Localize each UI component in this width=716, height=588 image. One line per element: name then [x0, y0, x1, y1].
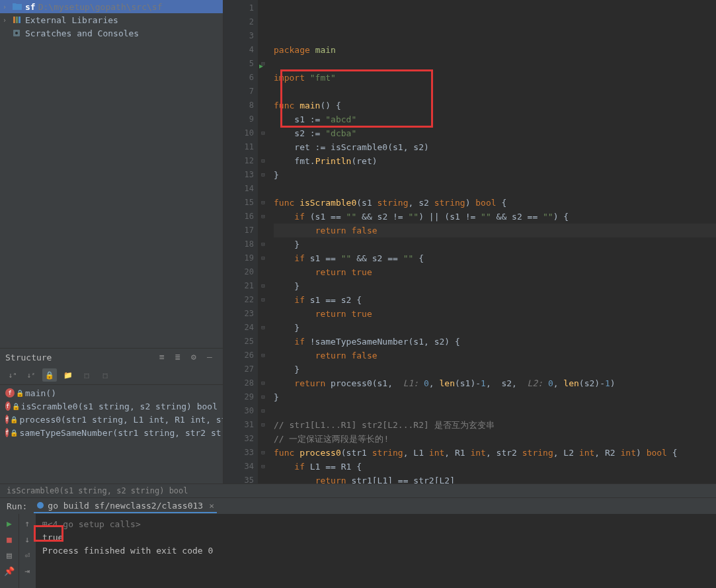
- structure-header: Structure ≡ ≣ ⚙ —: [0, 349, 223, 366]
- code-line[interactable]: return false: [274, 224, 716, 237]
- library-icon: [13, 16, 23, 24]
- svg-rect-0: [13, 17, 15, 23]
- autoscroll2-btn[interactable]: ⬚: [98, 368, 112, 382]
- code-line[interactable]: func main() {: [274, 99, 716, 112]
- svg-rect-2: [19, 17, 20, 23]
- code-line[interactable]: // str1[L1...R1] str2[L2...R2] 是否互为玄变串: [274, 418, 716, 432]
- struct-item[interactable]: f🔒sameTypeSameNumber(str1 string, str2 s…: [0, 426, 223, 439]
- left-panel: › sf D:\mysetup\gopath\src\sf › External…: [0, 0, 223, 483]
- code-line[interactable]: if !sameTypeSameNumber(s1, s2) {: [274, 335, 716, 349]
- pin-icon[interactable]: 📌: [4, 566, 15, 576]
- code-line[interactable]: // 一定保证这两段是等长的!: [274, 432, 716, 446]
- editor[interactable]: 12345▶6789101112131415161718192021222324…: [223, 0, 716, 483]
- scratches-icon: [13, 29, 23, 37]
- code-area[interactable]: package mainimport "fmt"func main() { s1…: [268, 0, 716, 483]
- wrap-icon[interactable]: ⏎: [22, 550, 33, 560]
- layout-icon[interactable]: ▤: [4, 550, 15, 560]
- code-line[interactable]: [274, 85, 716, 99]
- lock-icon: 🔒: [10, 429, 17, 437]
- scroll-icon[interactable]: ⇥: [22, 566, 33, 576]
- run-header: Run: go build sf/newclass2/class013 ×: [0, 498, 716, 514]
- code-line[interactable]: [274, 404, 716, 418]
- close-icon[interactable]: ×: [209, 501, 214, 511]
- code-line[interactable]: package main: [274, 43, 716, 57]
- tree-scratches[interactable]: Scratches and Consoles: [0, 26, 223, 40]
- console-line: Process finished with exit code 0: [42, 544, 709, 558]
- tree-root-path: D:\mysetup\gopath\src\sf: [38, 2, 163, 12]
- svg-rect-1: [16, 17, 18, 23]
- tree-label: Scratches and Consoles: [25, 28, 139, 38]
- code-line[interactable]: return true: [274, 265, 716, 279]
- struct-label: sameTypeSameNumber(str1 string, str2 str…: [19, 428, 223, 438]
- code-line[interactable]: [274, 182, 716, 196]
- struct-item[interactable]: f🔒process0(str1 string, L1 int, R1 int, …: [0, 413, 223, 426]
- code-line[interactable]: if s1 == "" && s2 == "" {: [274, 251, 716, 265]
- func-badge-icon: f: [5, 401, 11, 411]
- code-line[interactable]: }: [274, 362, 716, 376]
- code-line[interactable]: }: [274, 237, 716, 251]
- code-line[interactable]: }: [274, 168, 716, 182]
- down-icon[interactable]: ↓: [22, 534, 33, 544]
- tree-root[interactable]: › sf D:\mysetup\gopath\src\sf: [0, 0, 223, 13]
- code-line[interactable]: if L1 == R1 {: [274, 460, 716, 474]
- chevron-right-icon[interactable]: ›: [3, 17, 11, 24]
- run-panel: Run: go build sf/newclass2/class013 × ▶ …: [0, 497, 716, 588]
- code-line[interactable]: if (s1 == "" && s2 != "") || (s1 != "" &…: [274, 210, 716, 224]
- stop-icon[interactable]: ■: [4, 534, 15, 544]
- code-line[interactable]: fmt.Println(ret): [274, 154, 716, 168]
- struct-label: isScramble0(s1 string, s2 string) bool: [21, 401, 218, 411]
- func-badge-icon: f: [5, 428, 9, 437]
- structure-toolbar: ↓ᵃ ↓ᶻ 🔒 📁 ⬚ ⬚: [0, 366, 223, 385]
- code-line[interactable]: return process0(s1, L1: 0, len(s1)-1, s2…: [274, 376, 716, 390]
- svg-point-5: [37, 502, 44, 509]
- breadcrumb[interactable]: isScramble0(s1 string, s2 string) bool: [0, 483, 716, 497]
- structure-list[interactable]: f🔒main()f🔒isScramble0(s1 string, s2 stri…: [0, 385, 223, 441]
- code-line[interactable]: s1 := "abcd": [274, 112, 716, 126]
- func-badge-icon: f: [5, 415, 9, 424]
- sort-natural-btn[interactable]: ↓ᵃ: [5, 368, 20, 382]
- tree-external-libs[interactable]: › External Libraries: [0, 13, 223, 26]
- hide-icon[interactable]: —: [207, 352, 218, 362]
- folder-icon: [13, 3, 23, 11]
- code-line[interactable]: s2 := "dcba": [274, 126, 716, 140]
- autoscroll-btn[interactable]: ⬚: [79, 368, 94, 382]
- run-toolbar-left: ▶ ■ ▤ 📌: [0, 514, 19, 588]
- console-line: ⊞<4 go setup calls>: [42, 518, 709, 531]
- struct-item[interactable]: f🔒main(): [0, 386, 223, 399]
- collapse-icon[interactable]: ≣: [175, 352, 186, 362]
- run-tab-label: go build sf/newclass2/class013: [48, 501, 203, 511]
- folder-btn[interactable]: 📁: [61, 368, 75, 382]
- run-gutter-icon[interactable]: ▶: [259, 59, 263, 73]
- gutter[interactable]: 12345▶6789101112131415161718192021222324…: [223, 0, 258, 483]
- structure-title: Structure: [5, 353, 159, 362]
- project-tree[interactable]: › sf D:\mysetup\gopath\src\sf › External…: [0, 0, 223, 40]
- code-line[interactable]: [274, 57, 716, 71]
- code-line[interactable]: return str1[L1] == str2[L2]: [274, 474, 716, 483]
- svg-point-4: [15, 32, 18, 34]
- sort-alpha-btn[interactable]: ↓ᶻ: [24, 368, 38, 382]
- code-line[interactable]: return true: [274, 307, 716, 321]
- run-toolbar-nav: ↑ ↓ ⏎ ⇥: [19, 514, 36, 588]
- console[interactable]: ⊞<4 go setup calls>trueProcess finished …: [36, 514, 716, 588]
- expand-icon[interactable]: ≡: [159, 352, 170, 362]
- structure-panel: Structure ≡ ≣ ⚙ — ↓ᵃ ↓ᶻ 🔒 📁 ⬚ ⬚ f🔒main()…: [0, 348, 223, 483]
- code-line[interactable]: return false: [274, 349, 716, 362]
- run-tab[interactable]: go build sf/newclass2/class013 ×: [34, 499, 217, 513]
- code-line[interactable]: ret := isScramble0(s1, s2): [274, 140, 716, 154]
- struct-item[interactable]: f🔒isScramble0(s1 string, s2 string) bool: [0, 399, 223, 413]
- code-line[interactable]: }: [274, 390, 716, 404]
- code-line[interactable]: }: [274, 279, 716, 293]
- gear-icon[interactable]: ⚙: [191, 352, 202, 362]
- code-line[interactable]: if s1 == s2 {: [274, 293, 716, 307]
- up-icon[interactable]: ↑: [22, 518, 33, 528]
- code-line[interactable]: func process0(str1 string, L1 int, R1 in…: [274, 446, 716, 460]
- lock-filter-btn[interactable]: 🔒: [42, 368, 57, 382]
- code-line[interactable]: }: [274, 321, 716, 335]
- tree-label: External Libraries: [25, 15, 118, 25]
- code-line[interactable]: func isScramble0(s1 string, s2 string) b…: [274, 196, 716, 210]
- code-line[interactable]: import "fmt": [274, 71, 716, 85]
- lock-icon: 🔒: [16, 390, 22, 397]
- chevron-right-icon[interactable]: ›: [3, 3, 11, 11]
- rerun-icon[interactable]: ▶: [4, 518, 15, 528]
- lock-icon: 🔒: [10, 416, 17, 423]
